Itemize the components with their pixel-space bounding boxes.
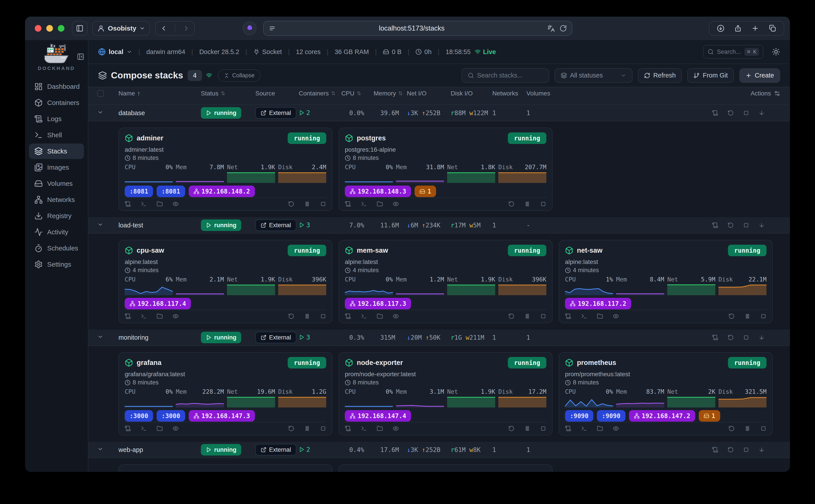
card-pause-button[interactable] [304,201,310,207]
tab-overview-icon[interactable] [769,25,776,32]
card-terminal-button[interactable] [361,313,367,319]
card-restart-button[interactable] [508,201,514,207]
reload-icon[interactable] [559,25,567,32]
card-restart-button[interactable] [508,425,514,432]
stack-row-web-app[interactable]: web-apprunningExternal20.4%17.6M↓3K ↑252… [88,442,790,458]
card-logs-button[interactable] [345,425,351,432]
card-pause-button[interactable] [744,425,751,432]
new-tab-icon[interactable] [751,25,759,32]
card-restart-button[interactable] [288,313,294,319]
address-bar[interactable] [263,21,572,36]
card-restart-button[interactable] [288,425,294,432]
card-logs-button[interactable] [565,313,571,319]
column-header-status[interactable]: Status ⇅ [201,90,255,97]
sidebar-item-stacks[interactable]: Stacks [29,143,84,159]
browser-sidebar-toggle-button[interactable] [72,21,87,36]
column-header-memory[interactable]: Memory ⇅ [374,90,407,97]
downloads-icon[interactable] [717,25,724,32]
card-terminal-button[interactable] [361,425,367,432]
card-pause-button[interactable] [524,201,530,207]
ip-badge[interactable]: 192.168.148.2 [189,186,255,197]
card-files-button[interactable] [157,313,163,319]
row-pull-button[interactable] [759,110,765,116]
status-filter-select[interactable]: All statuses [555,68,633,83]
card-files-button[interactable] [597,313,603,319]
row-pull-button[interactable] [759,334,765,341]
card-pause-button[interactable] [304,313,310,319]
row-stop-button[interactable] [743,110,749,116]
column-header-net-i-o[interactable]: Net I/O [407,90,451,97]
zoom-window-button[interactable] [58,25,64,32]
port-badge[interactable]: :3000 [125,410,153,422]
card-stop-button[interactable] [540,201,546,207]
row-logs-button[interactable] [712,334,718,341]
global-search[interactable]: Search... ⌘ K [703,45,763,59]
share-icon[interactable] [734,25,742,32]
sidebar-item-volumes[interactable]: Volumes [29,176,84,191]
sidebar-item-containers[interactable]: Containers [29,95,84,110]
card-logs-button[interactable] [125,313,131,319]
minimize-window-button[interactable] [46,25,53,32]
row-delete-button[interactable] [774,447,780,453]
card-inspect-button[interactable] [173,313,179,319]
row-logs-button[interactable] [712,447,718,453]
card-pause-button[interactable] [524,425,530,432]
ip-badge[interactable]: 192.168.148.3 [345,186,411,197]
port-badge[interactable]: :8081 [157,186,185,197]
sidebar-item-dashboard[interactable]: Dashboard [29,79,84,94]
card-restart-button[interactable] [288,201,294,207]
select-all-checkbox[interactable] [97,90,104,97]
card-logs-button[interactable] [345,201,351,207]
ip-badge[interactable]: 192.168.147.2 [629,410,695,422]
volume-badge[interactable]: 1 [699,410,720,422]
translate-icon[interactable] [547,25,555,32]
column-header-volumes[interactable]: Volumes [526,90,552,97]
context-switcher[interactable]: local [98,48,132,56]
card-inspect-button[interactable] [613,425,619,432]
card-restart-button[interactable] [728,313,735,319]
sidebar-item-images[interactable]: Images [29,160,84,175]
url-field[interactable] [276,24,547,32]
collapse-all-button[interactable]: Collapse [218,69,260,82]
column-header-name[interactable]: Name ↑ [118,90,201,97]
column-header-containers[interactable]: Containers ⇅ [299,90,341,97]
card-terminal-button[interactable] [581,313,587,319]
card-files-button[interactable] [597,425,603,432]
row-logs-button[interactable] [712,110,718,116]
card-pause-button[interactable] [744,313,751,319]
card-terminal-button[interactable] [141,313,147,319]
port-badge[interactable]: :3000 [157,410,185,422]
port-badge[interactable]: :8081 [125,186,153,197]
extension-button[interactable] [243,21,256,35]
row-stop-button[interactable] [743,222,749,228]
create-button[interactable]: Create [739,68,780,83]
row-restart-button[interactable] [728,110,734,116]
card-files-button[interactable] [377,201,383,207]
card-terminal-button[interactable] [361,201,367,207]
profile-button[interactable]: Osobisty [92,21,150,36]
card-terminal-button[interactable] [581,425,587,432]
row-delete-button[interactable] [774,222,780,228]
from-git-button[interactable]: From Git [687,68,734,83]
row-delete-button[interactable] [774,110,780,116]
card-logs-button[interactable] [565,425,571,432]
stack-row-load-test[interactable]: load-testrunningExternal37.0%11.6M↓6M ↑2… [88,217,790,234]
stack-row-monitoring[interactable]: monitoringrunningExternal30.3%315M↓20M ↑… [88,330,790,346]
card-stop-button[interactable] [540,425,546,432]
theme-toggle-button[interactable] [772,48,780,56]
card-files-button[interactable] [377,313,383,319]
row-logs-button[interactable] [712,222,718,228]
row-delete-button[interactable] [774,334,780,341]
row-stop-button[interactable] [743,447,749,453]
card-stop-button[interactable] [320,201,326,207]
close-window-button[interactable] [35,25,41,32]
ip-badge[interactable]: 192.168.117.2 [565,298,631,309]
row-restart-button[interactable] [728,334,734,341]
port-badge[interactable]: :9090 [597,410,625,422]
card-inspect-button[interactable] [393,201,399,207]
card-pause-button[interactable] [524,313,530,319]
card-files-button[interactable] [157,425,163,432]
row-restart-button[interactable] [728,447,734,453]
card-pause-button[interactable] [304,425,310,432]
sidebar-item-activity[interactable]: Activity [29,224,84,240]
